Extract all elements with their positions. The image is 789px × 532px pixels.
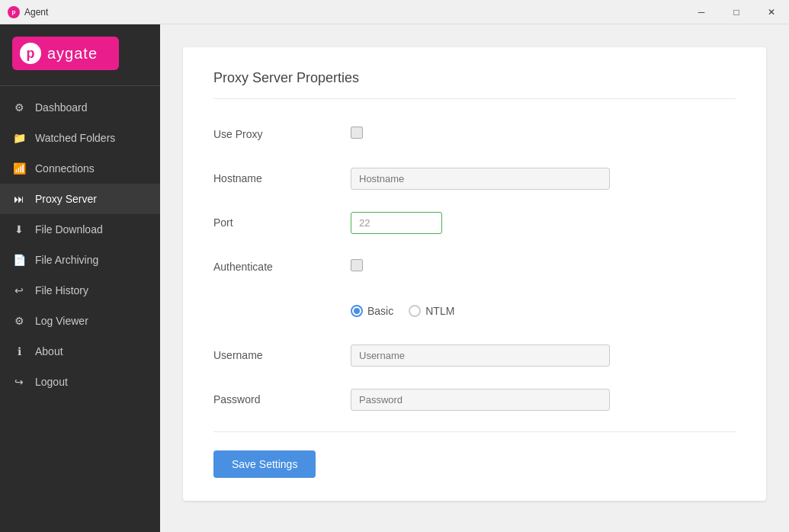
port-row: Port <box>213 209 736 236</box>
use-proxy-label: Use Proxy <box>213 128 351 140</box>
sidebar: p aygate ⚙ Dashboard 📁 Watched Folders 📶… <box>0 24 160 532</box>
sidebar-item-label: Log Viewer <box>35 315 88 327</box>
sidebar-logo: p aygate <box>0 24 160 86</box>
sidebar-item-proxy-server[interactable]: ⏭ Proxy Server <box>0 184 160 214</box>
port-input[interactable] <box>351 212 442 234</box>
sidebar-item-file-history[interactable]: ↩ File History <box>0 275 160 306</box>
authenticate-row: Authenticate <box>213 253 736 280</box>
folder-icon: 📁 <box>12 132 26 144</box>
close-button[interactable]: ✕ <box>754 0 789 24</box>
sidebar-item-connections[interactable]: 📶 Connections <box>0 153 160 184</box>
save-settings-button[interactable]: Save Settings <box>213 450 316 478</box>
maximize-button[interactable]: □ <box>719 0 754 24</box>
authenticate-checkbox[interactable] <box>351 259 363 271</box>
proxy-server-card: Proxy Server Properties Use Proxy Hostna… <box>183 47 766 501</box>
use-proxy-row: Use Proxy <box>213 120 736 148</box>
card-divider <box>213 431 736 432</box>
authenticate-control <box>351 259 610 274</box>
minimize-button[interactable]: ─ <box>684 0 719 24</box>
hostname-row: Hostname <box>213 165 736 192</box>
logo-text: aygate <box>47 45 98 62</box>
app-icon: p <box>8 6 20 18</box>
app-body: p aygate ⚙ Dashboard 📁 Watched Folders 📶… <box>0 24 789 532</box>
use-proxy-control <box>351 127 610 142</box>
sidebar-item-label: Connections <box>35 162 95 175</box>
authenticate-label: Authenticate <box>213 261 351 273</box>
username-row: Username <box>213 341 736 369</box>
hostname-label: Hostname <box>213 172 351 184</box>
username-control <box>351 345 610 367</box>
titlebar-left: p Agent <box>8 6 48 18</box>
auth-type-row: Basic NTLM <box>213 297 736 325</box>
sidebar-item-label: Logout <box>35 376 68 388</box>
sidebar-item-label: Watched Folders <box>35 132 115 144</box>
card-title: Proxy Server Properties <box>213 70 736 99</box>
archive-icon: 📄 <box>12 254 26 266</box>
history-icon: ↩ <box>12 284 26 296</box>
sidebar-item-file-archiving[interactable]: 📄 File Archiving <box>0 245 160 275</box>
logo-icon: p <box>20 43 41 64</box>
sidebar-item-label: File Archiving <box>35 254 98 266</box>
main-content: Proxy Server Properties Use Proxy Hostna… <box>160 24 789 532</box>
username-label: Username <box>213 349 351 361</box>
log-icon: ⚙ <box>12 315 26 327</box>
sidebar-item-label: File History <box>35 284 88 296</box>
sidebar-item-label: Proxy Server <box>35 193 97 205</box>
titlebar: p Agent ─ □ ✕ <box>0 0 789 24</box>
password-row: Password <box>213 386 736 413</box>
dashboard-icon: ⚙ <box>12 101 26 114</box>
password-label: Password <box>213 393 351 405</box>
hostname-control <box>351 168 610 190</box>
sidebar-item-log-viewer[interactable]: ⚙ Log Viewer <box>0 306 160 336</box>
connections-icon: 📶 <box>12 162 26 175</box>
about-icon: ℹ <box>12 345 26 357</box>
port-control <box>351 212 610 234</box>
download-icon: ⬇ <box>12 223 26 236</box>
basic-radio-option[interactable]: Basic <box>351 305 393 317</box>
sidebar-item-label: About <box>35 345 63 357</box>
sidebar-item-watched-folders[interactable]: 📁 Watched Folders <box>0 123 160 153</box>
hostname-input[interactable] <box>351 168 610 190</box>
basic-radio-circle <box>351 305 363 317</box>
sidebar-item-logout[interactable]: ↪ Logout <box>0 367 160 397</box>
ntlm-radio-option[interactable]: NTLM <box>409 305 454 317</box>
use-proxy-checkbox[interactable] <box>351 127 363 139</box>
sidebar-item-dashboard[interactable]: ⚙ Dashboard <box>0 92 160 123</box>
ntlm-radio-label: NTLM <box>425 305 454 317</box>
sidebar-item-about[interactable]: ℹ About <box>0 336 160 367</box>
auth-type-control: Basic NTLM <box>351 305 610 317</box>
logout-icon: ↪ <box>12 376 26 388</box>
sidebar-nav: ⚙ Dashboard 📁 Watched Folders 📶 Connecti… <box>0 86 160 403</box>
ntlm-radio-circle <box>409 305 421 317</box>
password-control <box>351 389 610 411</box>
logo-box: p aygate <box>12 37 119 70</box>
password-input[interactable] <box>351 389 610 411</box>
sidebar-item-label: Dashboard <box>35 101 88 114</box>
sidebar-item-label: File Download <box>35 223 103 236</box>
window-controls: ─ □ ✕ <box>684 0 789 24</box>
sidebar-item-file-download[interactable]: ⬇ File Download <box>0 214 160 245</box>
basic-radio-label: Basic <box>367 305 393 317</box>
port-label: Port <box>213 216 351 229</box>
app-title: Agent <box>24 7 48 18</box>
proxy-icon: ⏭ <box>12 193 26 205</box>
username-input[interactable] <box>351 345 610 367</box>
